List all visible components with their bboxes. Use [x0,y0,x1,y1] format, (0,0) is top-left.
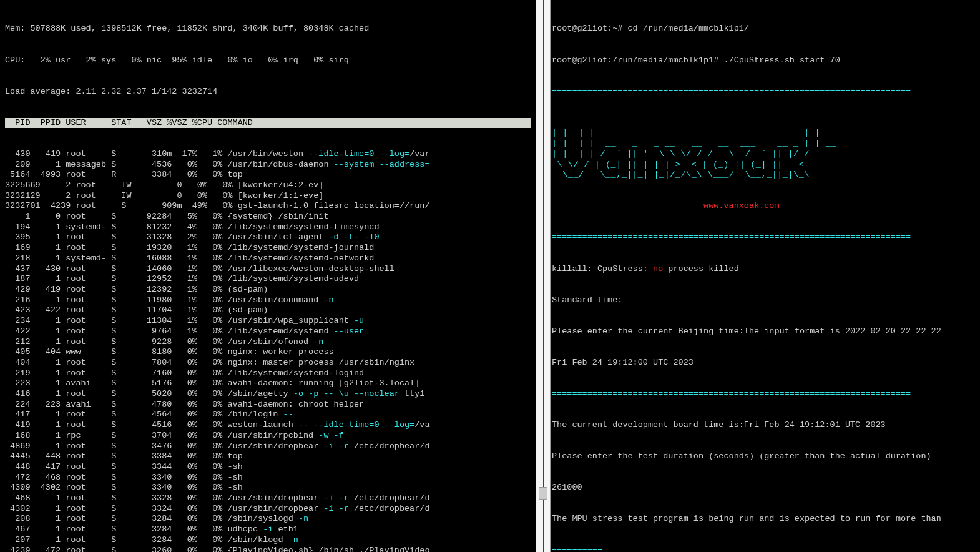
process-row: 169 1 root S 19320 1% 0% /lib/systemd/sy… [5,243,531,254]
dev-time: The current development board time is:Fr… [552,420,979,431]
process-row: 223 1 avahi S 5176 0% 0% avahi-daemon: r… [5,378,531,389]
process-row: 423 422 root S 11704 1% 0% (sd-pam) [5,305,531,316]
process-row: 429 419 root S 12392 1% 0% (sd-pam) [5,285,531,295]
process-row: 209 1 messageb S 4536 0% 0% /usr/bin/dbu… [5,160,531,170]
process-row: 448 417 root S 3344 0% 0% -sh [5,462,531,473]
process-row: 4309 4302 root S 3340 0% 0% -sh [5,483,531,493]
cmd-run: root@g2liot:/run/media/mmcblk1p1# ./CpuS… [552,56,979,66]
process-row: 4302 1 root S 3324 0% 0% /usr/sbin/dropb… [5,504,531,515]
process-row: 1 0 root S 92284 5% 0% {systemd} /sbin/i… [5,212,531,222]
divider-2: ========================================… [552,389,979,400]
load-line: Load average: 2.11 2.32 2.37 1/142 32327… [5,87,531,97]
url-line: www.vanxoak.com [552,201,979,212]
process-row: 5164 4993 root R 3384 0% 0% top [5,170,531,180]
top-header: PID PPID USER STAT VSZ %VSZ %CPU COMMAND [5,118,531,129]
process-row: 3225669 2 root IW 0 0% 0% [kworker/u4:2-… [5,180,531,191]
right-terminal[interactable]: root@g2liot:~# cd /run/media/mmcblk1p1/ … [551,0,980,552]
process-row: 467 1 root S 3284 0% 0% udhcpc -i eth1 [5,525,531,535]
process-row: 219 1 root S 7160 0% 0% /lib/systemd/sys… [5,368,531,379]
process-row: 212 1 root S 9228 0% 0% /usr/sbin/ofonod… [5,337,531,348]
process-row: 472 468 root S 3340 0% 0% -sh [5,473,531,483]
mem-line: Mem: 507888K used, 1398512K free, 11852K… [5,24,531,34]
process-row: 416 1 root S 5020 0% 0% /sbin/agetty -o … [5,389,531,400]
process-row: 187 1 root S 12952 1% 0% /lib/systemd/sy… [5,274,531,285]
divider-line [543,0,544,552]
process-row: 216 1 root S 11980 1% 0% /usr/sbin/connm… [5,295,531,306]
process-row: 404 1 root S 7804 0% 0% nginx: master pr… [5,358,531,368]
process-row: 168 1 rpc S 3704 0% 0% /usr/sbin/rpcbind… [5,431,531,441]
fri-date: Fri Feb 24 19:12:00 UTC 2023 [552,358,979,368]
divider-top: ========================================… [552,87,979,97]
std-time: Standard time: [552,295,979,306]
process-row: 3232129 2 root IW 0 0% 0% [kworker/1:1-e… [5,191,531,202]
process-row: 3232701 4239 root S 909m 49% 0% gst-laun… [5,201,531,212]
process-row: 419 1 root S 4516 0% 0% weston-launch --… [5,420,531,431]
test-dur: Please enter the test duration (seconds)… [552,451,979,462]
process-row: 430 419 root S 310m 17% 1% /usr/bin/west… [5,149,531,160]
process-row: 405 404 www S 8180 0% 0% nginx: worker p… [5,347,531,358]
mpu-line: The MPU stress test program is being run… [552,514,979,525]
left-terminal[interactable]: Mem: 507888K used, 1398512K free, 11852K… [0,0,536,552]
process-row: 422 1 root S 9764 1% 0% /lib/systemd/sys… [5,327,531,337]
process-row: 224 223 avahi S 4780 0% 0% avahi-daemon:… [5,400,531,410]
process-row: 4869 1 root S 3476 0% 0% /usr/sbin/dropb… [5,441,531,452]
process-row: 234 1 root S 11304 1% 0% /usr/sbin/wpa_s… [5,316,531,327]
divider-bot: ========================================… [552,232,979,243]
process-row: 468 1 root S 3328 0% 0% /usr/sbin/dropbe… [5,493,531,504]
killall-line: killall: CpuStress: no process killed [552,264,979,275]
scrollbar-thumb[interactable] [539,487,547,500]
cmd-cd: root@g2liot:~# cd /run/media/mmcblk1p1/ [552,24,979,34]
process-row: 417 1 root S 4564 0% 0% /bin/login -- [5,410,531,420]
dur-num: 261000 [552,483,979,493]
ascii-logo: _ _ _ | | | | | | | | | | __ _ _ __ __ _… [552,118,979,180]
process-row: 437 430 root S 14060 1% 0% /usr/libexec/… [5,264,531,275]
process-row: 4239 472 root S 3260 0% 0% {PlayingVideo… [5,546,531,552]
cpu-line: CPU: 2% usr 2% sys 0% nic 95% idle 0% io… [5,56,531,66]
short-div-1: ========== [552,546,979,552]
enter-bj: Please enter the current Beijing time:Th… [552,327,979,337]
process-row: 208 1 root S 3284 0% 0% /sbin/syslogd -n [5,514,531,525]
pane-divider[interactable] [536,0,551,552]
process-row: 194 1 systemd- S 81232 4% 0% /lib/system… [5,222,531,233]
vanxoak-url[interactable]: www.vanxoak.com [703,201,780,210]
process-row: 4445 448 root S 3384 0% 0% top [5,451,531,462]
process-row: 395 1 root S 31328 2% 0% /usr/sbin/tcf-a… [5,232,531,243]
process-row: 218 1 systemd- S 16088 1% 0% /lib/system… [5,254,531,264]
process-list: 430 419 root S 310m 17% 1% /usr/bin/west… [5,149,531,552]
process-row: 207 1 root S 3284 0% 0% /sbin/klogd -n [5,535,531,546]
